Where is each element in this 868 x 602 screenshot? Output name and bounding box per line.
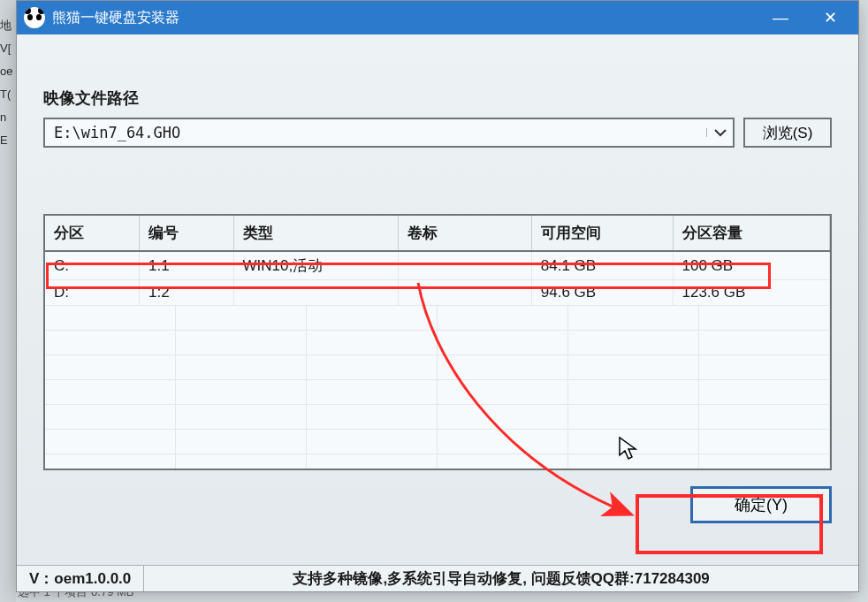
ok-button[interactable]: 确定(Y): [690, 486, 832, 523]
bg-fragment: n: [0, 106, 16, 129]
cell-size: 100 GB: [673, 251, 830, 280]
bg-fragment: E: [0, 129, 16, 152]
bg-fragment: oe: [0, 60, 16, 83]
cell-volume: [398, 280, 531, 306]
background-edge-strip: 地 V[ oe T( n E: [0, 0, 16, 602]
cell-partition: C:: [45, 251, 140, 280]
cell-volume: [398, 251, 531, 280]
cell-partition: D:: [45, 280, 140, 306]
cell-number: 1:2: [140, 280, 234, 306]
status-bar: V：oem1.0.0.0 支持多种镜像,多系统引导自动修复, 问题反馈QQ群:7…: [17, 565, 858, 591]
col-size[interactable]: 分区容量: [673, 216, 830, 251]
table-row[interactable]: C: 1:1 WIN10,活动 84.1 GB 100 GB: [45, 251, 830, 280]
status-message: 支持多种镜像,多系统引导自动修复, 问题反馈QQ群:717284309: [144, 568, 858, 589]
bg-fragment: 地: [0, 14, 16, 37]
table-empty-area: [45, 306, 830, 469]
titlebar[interactable]: 熊猫一键硬盘安装器 — ✕: [17, 1, 858, 34]
image-path-label: 映像文件路径: [43, 88, 832, 109]
chevron-down-icon[interactable]: [706, 128, 733, 137]
minimize-button[interactable]: —: [756, 1, 805, 34]
cell-free: 84.1 GB: [531, 251, 673, 280]
col-volume[interactable]: 卷标: [398, 216, 531, 251]
image-path-combobox[interactable]: [43, 118, 735, 148]
cell-free: 94.6 GB: [531, 280, 673, 306]
col-type[interactable]: 类型: [233, 216, 398, 251]
cell-size: 123.6 GB: [673, 280, 830, 306]
bg-fragment: T(: [0, 83, 16, 106]
installer-window: 熊猫一键硬盘安装器 — ✕ 映像文件路径 浏览(S): [16, 0, 859, 592]
browse-button[interactable]: 浏览(S): [743, 118, 832, 148]
table-row[interactable]: D: 1:2 94.6 GB 123.6 GB: [45, 280, 830, 306]
col-free[interactable]: 可用空间: [531, 216, 673, 251]
client-area: 映像文件路径 浏览(S) 分区: [17, 34, 858, 591]
bg-fragment: V[: [0, 37, 16, 60]
col-number[interactable]: 编号: [140, 216, 234, 251]
image-path-section: 映像文件路径 浏览(S): [17, 34, 858, 165]
partition-table[interactable]: 分区 编号 类型 卷标 可用空间 分区容量 C: 1:1 WIN10,活动 8: [43, 214, 832, 470]
action-row: 确定(Y): [17, 470, 858, 523]
window-title: 熊猫一键硬盘安装器: [52, 9, 756, 27]
version-label: V：oem1.0.0.0: [17, 566, 144, 591]
cell-number: 1:1: [140, 251, 234, 280]
close-button[interactable]: ✕: [805, 1, 855, 34]
cell-type: WIN10,活动: [233, 251, 398, 280]
cell-type: [233, 280, 398, 306]
image-path-input[interactable]: [45, 124, 706, 141]
table-header-row: 分区 编号 类型 卷标 可用空间 分区容量: [45, 216, 830, 251]
panda-icon: [24, 7, 45, 28]
col-partition[interactable]: 分区: [45, 216, 140, 251]
